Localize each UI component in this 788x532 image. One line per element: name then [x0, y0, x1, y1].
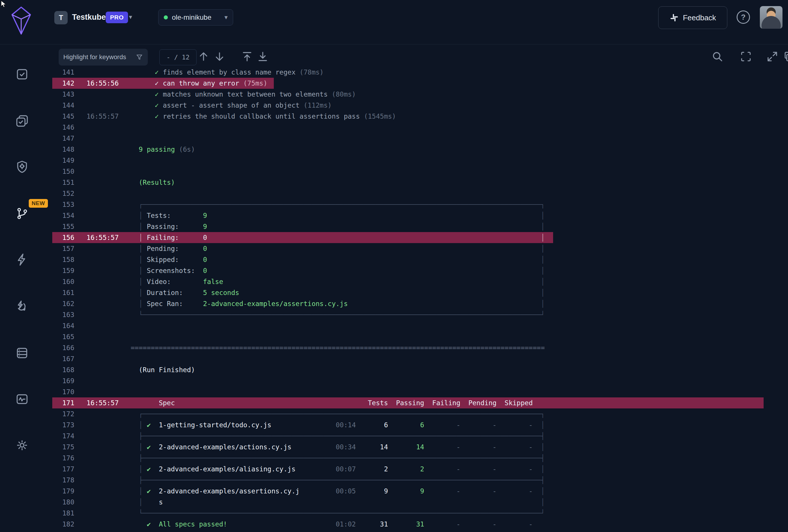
line-timestamp: 16:55:57	[74, 232, 131, 243]
org-chevron-down-icon[interactable]: ▾	[129, 13, 132, 21]
log-line-177: 177 │ ✔ 2-advanced-examples/aliasing.cy.…	[52, 464, 788, 475]
scroll-to-top-button[interactable]	[241, 50, 254, 63]
log-line-155: 155 │ Passing: 9 │	[52, 221, 788, 232]
line-timestamp	[74, 298, 131, 309]
log-line-163: 163 └───────────────────────────────────…	[52, 309, 788, 320]
lightning-icon	[15, 253, 29, 267]
sidebar-item-sources[interactable]	[15, 346, 29, 360]
line-timestamp	[74, 287, 131, 298]
line-timestamp	[74, 155, 131, 166]
fullscreen-button[interactable]	[766, 50, 779, 63]
line-text: ========================================…	[131, 342, 545, 353]
environment-selector[interactable]: ole-minikube ▾	[158, 9, 233, 25]
log-line-172: 172 ┌───────────────────────────────────…	[52, 408, 788, 420]
log-line-149: 149	[52, 155, 788, 166]
log-line-147: 147	[52, 133, 788, 144]
line-text: ✓ finds element by class name regex (78m…	[131, 67, 324, 78]
line-text: ✓ assert - assert shape of an object (11…	[131, 100, 332, 111]
highlight-keywords-button[interactable]: Highlight for keywords	[59, 49, 148, 65]
fit-view-button[interactable]	[740, 50, 752, 63]
line-text: ┌───────────────────────────────────────…	[131, 199, 545, 210]
arrow-to-bottom-icon	[256, 50, 269, 63]
line-text: │ Duration: 5 seconds │	[131, 287, 545, 298]
line-text: ✓ retries the should callback until asse…	[131, 111, 396, 122]
line-timestamp	[74, 89, 131, 100]
line-timestamp	[74, 486, 131, 497]
line-timestamp	[74, 309, 131, 320]
fullscreen-icon	[766, 50, 779, 63]
log-line-162: 162 │ Spec Ran: 2-advanced-examples/asse…	[52, 298, 788, 309]
line-timestamp: 16:55:57	[74, 397, 131, 408]
line-number: 151	[52, 177, 74, 188]
line-number: 150	[52, 166, 74, 177]
line-timestamp	[74, 475, 131, 486]
line-timestamp	[74, 386, 131, 397]
feedback-label: Feedback	[683, 13, 716, 22]
line-timestamp	[74, 265, 131, 276]
log-line-151: 151 (Results)	[52, 177, 788, 188]
log-line-167: 167	[52, 353, 788, 364]
line-text: │ Video: false │	[131, 276, 545, 287]
org-avatar[interactable]: T	[54, 11, 68, 24]
sidebar-item-triggers[interactable]	[15, 253, 29, 267]
sidebar-item-settings[interactable]	[15, 438, 29, 452]
line-text: ├───────────────────────────────────────…	[131, 452, 545, 464]
line-text: │ Passing: 9 │	[131, 221, 545, 232]
log-line-150: 150	[52, 166, 788, 177]
line-timestamp	[74, 320, 131, 331]
line-number: 157	[52, 243, 74, 254]
line-timestamp	[74, 122, 131, 133]
sidebar-item-executors[interactable]	[15, 160, 29, 174]
line-text: │ Screenshots: 0 │	[131, 265, 545, 276]
line-number: 181	[52, 508, 74, 519]
line-number: 170	[52, 386, 74, 397]
line-timestamp	[74, 67, 131, 78]
line-number: 159	[52, 265, 74, 276]
top-bar: T Testkube PRO ▾ ole-minikube ▾ Feedback…	[0, 0, 788, 44]
sidebar-item-test-suites[interactable]	[15, 114, 29, 128]
arrow-to-top-icon	[241, 50, 254, 63]
log-line-159: 159 │ Screenshots: 0 │	[52, 265, 788, 276]
line-number: 143	[52, 89, 74, 100]
match-counter[interactable]: - / 12	[159, 49, 197, 65]
next-match-button[interactable]	[213, 50, 226, 63]
log-line-176: 176 ├───────────────────────────────────…	[52, 452, 788, 464]
line-number: 146	[52, 122, 74, 133]
line-number: 162	[52, 298, 74, 309]
help-button[interactable]: ?	[736, 11, 750, 24]
line-number: 176	[52, 452, 74, 464]
sidebar-item-webhooks[interactable]	[15, 299, 29, 313]
search-button[interactable]	[711, 50, 724, 63]
sidebar-item-tests[interactable]	[15, 67, 29, 81]
line-timestamp	[74, 254, 131, 265]
sidebar-item-status-pages[interactable]	[15, 392, 29, 406]
line-timestamp	[74, 408, 131, 420]
log-line-156: 15616:55:57 │ Failing: 0 │	[52, 232, 788, 243]
log-line-142: 14216:55:56 ✓ can throw any error (75ms)	[52, 78, 788, 89]
line-number: 168	[52, 364, 74, 375]
log-line-158: 158 │ Skipped: 0 │	[52, 254, 788, 265]
line-number: 141	[52, 67, 74, 78]
log-viewer[interactable]: 141 ✓ finds element by class name regex …	[48, 67, 788, 532]
log-line-153: 153 ┌───────────────────────────────────…	[52, 199, 788, 210]
log-line-178: 178 ├───────────────────────────────────…	[52, 475, 788, 486]
org-initial: T	[59, 14, 63, 22]
sidebar-item-workflows[interactable]	[15, 207, 29, 221]
line-timestamp	[74, 331, 131, 342]
log-line-144: 144 ✓ assert - assert shape of an object…	[52, 100, 788, 111]
mouse-cursor	[1, 1, 7, 8]
line-timestamp	[74, 166, 131, 177]
line-timestamp	[74, 144, 131, 155]
scroll-to-bottom-button[interactable]	[256, 50, 269, 63]
feedback-button[interactable]: Feedback	[658, 6, 727, 29]
user-avatar[interactable]	[760, 6, 783, 29]
test-suites-icon	[15, 114, 29, 128]
previous-match-button[interactable]	[197, 50, 210, 63]
line-number: 180	[52, 497, 74, 508]
log-line-183: 183	[52, 530, 788, 532]
line-text: ├───────────────────────────────────────…	[131, 430, 545, 442]
copy-log-button[interactable]	[783, 50, 788, 63]
log-line-182: 182 ✔ All specs passed! 01:02 31 31 - - …	[52, 519, 788, 530]
gear-icon	[15, 438, 29, 452]
line-text: │ ✔ 2-advanced-examples/assertions.cy.j …	[131, 486, 545, 497]
